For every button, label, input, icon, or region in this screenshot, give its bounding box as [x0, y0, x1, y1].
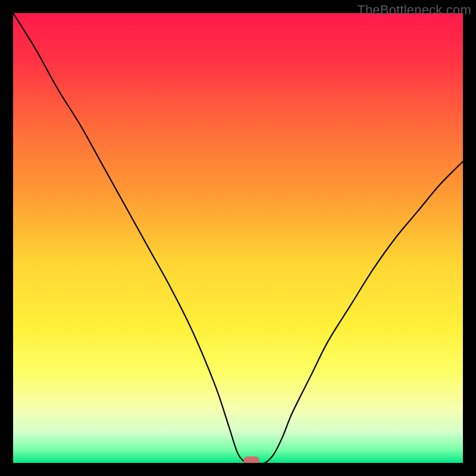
plot-area [13, 13, 463, 463]
optimal-point-marker [243, 456, 259, 463]
chart-svg [13, 13, 463, 463]
bottleneck-chart: TheBottleneck.com [0, 0, 476, 476]
watermark-text: TheBottleneck.com [357, 2, 471, 18]
